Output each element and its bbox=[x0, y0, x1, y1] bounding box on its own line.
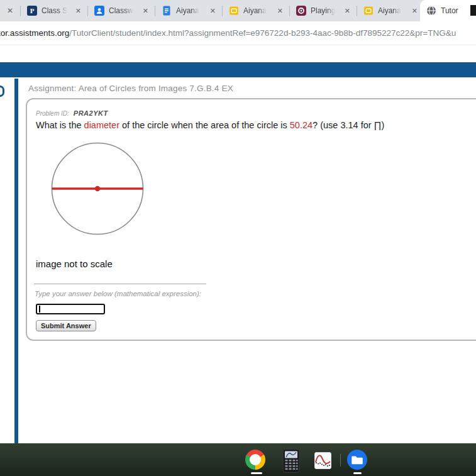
tab-divider bbox=[357, 6, 357, 16]
chrome-running-indicator bbox=[251, 472, 262, 474]
google-slides-icon bbox=[363, 6, 374, 16]
answer-divider bbox=[34, 284, 206, 284]
question-part: What is the bbox=[36, 120, 84, 130]
left-blue-stripe bbox=[14, 79, 18, 443]
problem-id-row: Problem ID:PRA2YKT bbox=[36, 107, 108, 118]
question-highlight-diameter: diameter bbox=[84, 120, 119, 130]
quizizz-icon bbox=[296, 6, 306, 16]
person-icon bbox=[94, 6, 104, 16]
tab-title: Tutor bbox=[441, 6, 458, 15]
tab-title: Classw bbox=[109, 6, 133, 15]
tab-playing-quizizz[interactable]: Playing ✕ bbox=[294, 0, 353, 21]
circle-diagram bbox=[50, 141, 145, 239]
text-caret bbox=[39, 306, 40, 313]
question-part: of the circle when the area of the circl… bbox=[119, 120, 290, 130]
tab-divider bbox=[222, 6, 223, 16]
url-path: /TutorClient/student/index.html?assignme… bbox=[69, 28, 456, 38]
page-content: Assignment: Area of Circles from Images … bbox=[0, 45, 476, 443]
svg-text:P: P bbox=[30, 7, 35, 14]
close-icon[interactable]: ✕ bbox=[4, 6, 16, 15]
google-slides-icon bbox=[229, 6, 239, 16]
problem-id-label: Problem ID: bbox=[36, 110, 69, 117]
tab-title: Aiyana bbox=[378, 6, 401, 15]
globe-icon bbox=[426, 6, 436, 16]
tab-aiyana-docs[interactable]: Aiyana ✕ bbox=[159, 0, 218, 21]
close-icon[interactable]: ✕ bbox=[210, 7, 216, 15]
tab-tutor-active[interactable]: Tutor ✕ bbox=[420, 0, 476, 21]
submit-answer-button[interactable]: Submit Answer bbox=[36, 320, 96, 331]
address-bar[interactable]: tor.assistments.org/TutorClient/student/… bbox=[0, 21, 456, 45]
tab-divider bbox=[289, 6, 290, 16]
tab-class-s[interactable]: P Class S ✕ bbox=[25, 0, 84, 21]
close-icon[interactable]: ✕ bbox=[277, 7, 283, 15]
assignment-title: Assignment: Area of Circles from Images … bbox=[28, 84, 233, 93]
question-highlight-area: 50.24 bbox=[290, 120, 313, 130]
tab-title: Playing bbox=[311, 6, 335, 15]
partial-tab-icon bbox=[470, 5, 476, 16]
browser-toolbar: tor.assistments.org/TutorClient/student/… bbox=[0, 21, 476, 45]
files-icon[interactable] bbox=[347, 450, 367, 470]
tab-title: Aiyana bbox=[176, 6, 199, 15]
chrome-icon-inner bbox=[250, 454, 261, 465]
chrome-icon[interactable] bbox=[245, 450, 265, 470]
tab-aiyana-slides-2[interactable]: Aiyana ✕ bbox=[361, 0, 420, 21]
files-running-indicator bbox=[353, 472, 362, 474]
image-scale-note: image not to scale bbox=[36, 258, 113, 269]
answer-input[interactable] bbox=[36, 304, 105, 314]
close-icon[interactable]: ✕ bbox=[345, 7, 350, 15]
question-part: ? (use 3.14 for ∏) bbox=[313, 120, 384, 130]
tab-title: Aiyana bbox=[243, 6, 267, 15]
tab-classwork[interactable]: Classw ✕ bbox=[92, 0, 151, 21]
problem-card: Problem ID:PRA2YKT What is the diameter … bbox=[26, 98, 476, 341]
screen: ✕ P Class S ✕ Classw ✕ Aiyana ✕ bbox=[0, 0, 476, 476]
left-edge-partial-box bbox=[0, 86, 4, 97]
answer-prompt: Type your answer below (mathematical exp… bbox=[35, 290, 201, 297]
google-docs-icon bbox=[162, 6, 172, 16]
tab-divider bbox=[155, 6, 155, 16]
question-text: What is the diameter of the circle when … bbox=[36, 120, 384, 130]
tab-aiyana-slides[interactable]: Aiyana ✕ bbox=[226, 0, 285, 21]
url-domain: tor.assistments.org bbox=[0, 28, 69, 38]
tab-divider bbox=[20, 6, 21, 16]
close-icon[interactable]: ✕ bbox=[143, 7, 148, 15]
grapher-icon[interactable] bbox=[314, 452, 331, 472]
close-icon[interactable]: ✕ bbox=[412, 7, 418, 15]
header-blue-bar bbox=[0, 62, 476, 77]
browser-tab-strip: ✕ P Class S ✕ Classw ✕ Aiyana ✕ bbox=[0, 0, 476, 21]
problem-id-value: PRA2YKT bbox=[74, 109, 108, 117]
shelf-divider bbox=[340, 454, 341, 467]
tab-divider bbox=[87, 6, 88, 16]
tab-title: Class S bbox=[42, 6, 67, 15]
powerschool-icon: P bbox=[27, 6, 37, 16]
taskbar bbox=[0, 443, 476, 476]
close-icon[interactable]: ✕ bbox=[75, 7, 81, 15]
calculator-icon[interactable] bbox=[282, 449, 300, 475]
